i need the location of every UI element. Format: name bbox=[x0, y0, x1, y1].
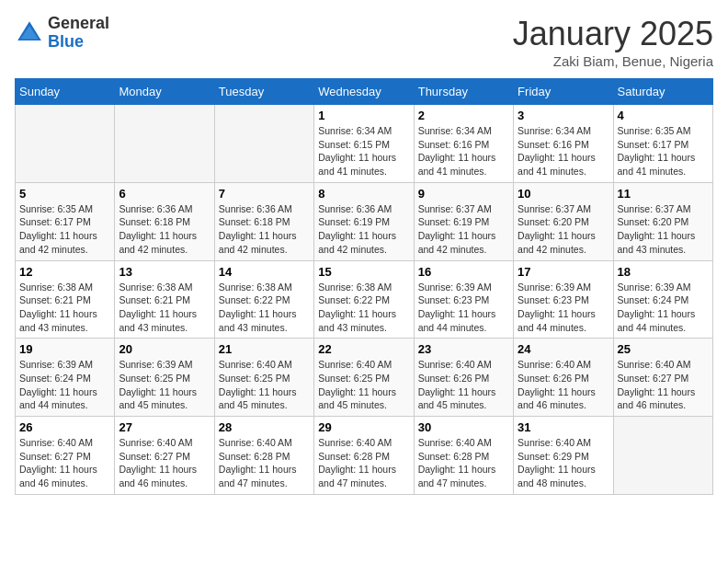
calendar-cell bbox=[613, 417, 712, 495]
day-info: Sunrise: 6:34 AMSunset: 6:16 PMDaylight:… bbox=[418, 124, 509, 178]
calendar-cell: 19Sunrise: 6:39 AMSunset: 6:24 PMDayligh… bbox=[16, 339, 115, 417]
day-number: 11 bbox=[618, 187, 709, 201]
day-info: Sunrise: 6:39 AMSunset: 6:24 PMDaylight:… bbox=[19, 358, 110, 412]
calendar-cell: 10Sunrise: 6:37 AMSunset: 6:20 PMDayligh… bbox=[514, 182, 613, 260]
calendar-cell: 23Sunrise: 6:40 AMSunset: 6:26 PMDayligh… bbox=[414, 339, 513, 417]
calendar-cell: 2Sunrise: 6:34 AMSunset: 6:16 PMDaylight… bbox=[414, 105, 513, 183]
calendar-cell: 9Sunrise: 6:37 AMSunset: 6:19 PMDaylight… bbox=[414, 182, 513, 260]
calendar-cell: 15Sunrise: 6:38 AMSunset: 6:22 PMDayligh… bbox=[314, 260, 414, 339]
day-number: 22 bbox=[318, 342, 409, 356]
calendar-cell: 26Sunrise: 6:40 AMSunset: 6:27 PMDayligh… bbox=[16, 417, 115, 495]
month-title: January 2025 bbox=[513, 15, 713, 53]
calendar-cell: 7Sunrise: 6:36 AMSunset: 6:18 PMDaylight… bbox=[214, 182, 313, 260]
day-info: Sunrise: 6:39 AMSunset: 6:24 PMDaylight:… bbox=[618, 281, 709, 335]
weekday-header-wednesday: Wednesday bbox=[314, 79, 414, 105]
weekday-header-saturday: Saturday bbox=[613, 79, 712, 105]
day-number: 27 bbox=[119, 420, 210, 434]
location-subtitle: Zaki Biam, Benue, Nigeria bbox=[513, 53, 713, 69]
calendar-cell: 25Sunrise: 6:40 AMSunset: 6:27 PMDayligh… bbox=[613, 339, 712, 417]
day-info: Sunrise: 6:40 AMSunset: 6:26 PMDaylight:… bbox=[418, 358, 509, 412]
day-number: 23 bbox=[418, 342, 509, 356]
day-info: Sunrise: 6:35 AMSunset: 6:17 PMDaylight:… bbox=[19, 202, 110, 257]
logo-general-text: General bbox=[48, 15, 109, 33]
calendar-cell: 21Sunrise: 6:40 AMSunset: 6:25 PMDayligh… bbox=[214, 339, 313, 417]
day-number: 19 bbox=[19, 342, 110, 356]
day-number: 4 bbox=[618, 109, 709, 122]
calendar-cell bbox=[214, 105, 313, 183]
day-info: Sunrise: 6:38 AMSunset: 6:21 PMDaylight:… bbox=[19, 281, 110, 335]
day-info: Sunrise: 6:39 AMSunset: 6:23 PMDaylight:… bbox=[418, 281, 509, 335]
day-number: 21 bbox=[219, 342, 310, 356]
calendar-cell: 17Sunrise: 6:39 AMSunset: 6:23 PMDayligh… bbox=[514, 260, 613, 339]
day-info: Sunrise: 6:40 AMSunset: 6:25 PMDaylight:… bbox=[318, 358, 409, 412]
day-number: 16 bbox=[418, 265, 509, 279]
logo-icon bbox=[15, 18, 44, 48]
calendar-cell: 12Sunrise: 6:38 AMSunset: 6:21 PMDayligh… bbox=[16, 260, 115, 339]
weekday-header-friday: Friday bbox=[514, 79, 613, 105]
day-info: Sunrise: 6:39 AMSunset: 6:23 PMDaylight:… bbox=[518, 281, 609, 335]
weekday-header-sunday: Sunday bbox=[16, 79, 115, 105]
day-info: Sunrise: 6:38 AMSunset: 6:21 PMDaylight:… bbox=[119, 281, 210, 335]
calendar-cell bbox=[115, 105, 214, 183]
day-number: 31 bbox=[518, 420, 609, 434]
day-number: 6 bbox=[119, 187, 210, 201]
day-number: 18 bbox=[618, 265, 709, 279]
weekday-header-tuesday: Tuesday bbox=[214, 79, 313, 105]
day-info: Sunrise: 6:40 AMSunset: 6:29 PMDaylight:… bbox=[518, 436, 609, 490]
day-info: Sunrise: 6:40 AMSunset: 6:25 PMDaylight:… bbox=[219, 358, 310, 412]
day-info: Sunrise: 6:37 AMSunset: 6:20 PMDaylight:… bbox=[618, 202, 709, 257]
calendar-cell: 22Sunrise: 6:40 AMSunset: 6:25 PMDayligh… bbox=[314, 339, 414, 417]
weekday-header-row: SundayMondayTuesdayWednesdayThursdayFrid… bbox=[16, 79, 713, 105]
day-info: Sunrise: 6:40 AMSunset: 6:28 PMDaylight:… bbox=[418, 436, 509, 490]
title-block: January 2025 Zaki Biam, Benue, Nigeria bbox=[513, 15, 713, 69]
page-header: General Blue January 2025 Zaki Biam, Ben… bbox=[15, 15, 713, 69]
calendar-week-row: 5Sunrise: 6:35 AMSunset: 6:17 PMDaylight… bbox=[16, 182, 713, 260]
calendar-cell: 16Sunrise: 6:39 AMSunset: 6:23 PMDayligh… bbox=[414, 260, 513, 339]
calendar-cell: 20Sunrise: 6:39 AMSunset: 6:25 PMDayligh… bbox=[115, 339, 214, 417]
day-info: Sunrise: 6:34 AMSunset: 6:16 PMDaylight:… bbox=[518, 124, 609, 178]
day-number: 1 bbox=[318, 109, 409, 122]
day-info: Sunrise: 6:35 AMSunset: 6:17 PMDaylight:… bbox=[618, 124, 709, 178]
calendar-cell: 6Sunrise: 6:36 AMSunset: 6:18 PMDaylight… bbox=[115, 182, 214, 260]
weekday-header-thursday: Thursday bbox=[414, 79, 513, 105]
day-info: Sunrise: 6:37 AMSunset: 6:20 PMDaylight:… bbox=[518, 202, 609, 257]
logo-blue-text: Blue bbox=[48, 33, 109, 52]
calendar-week-row: 19Sunrise: 6:39 AMSunset: 6:24 PMDayligh… bbox=[16, 339, 713, 417]
calendar-cell: 4Sunrise: 6:35 AMSunset: 6:17 PMDaylight… bbox=[613, 105, 712, 183]
calendar-cell: 30Sunrise: 6:40 AMSunset: 6:28 PMDayligh… bbox=[414, 417, 513, 495]
calendar-cell: 11Sunrise: 6:37 AMSunset: 6:20 PMDayligh… bbox=[613, 182, 712, 260]
day-info: Sunrise: 6:40 AMSunset: 6:27 PMDaylight:… bbox=[19, 436, 110, 490]
day-number: 15 bbox=[318, 265, 409, 279]
day-number: 3 bbox=[518, 109, 609, 122]
day-number: 2 bbox=[418, 109, 509, 122]
calendar-cell: 13Sunrise: 6:38 AMSunset: 6:21 PMDayligh… bbox=[115, 260, 214, 339]
day-number: 5 bbox=[19, 187, 110, 201]
day-number: 8 bbox=[318, 187, 409, 201]
logo: General Blue bbox=[15, 15, 109, 52]
calendar-cell: 8Sunrise: 6:36 AMSunset: 6:19 PMDaylight… bbox=[314, 182, 414, 260]
calendar-cell bbox=[16, 105, 115, 183]
day-number: 7 bbox=[219, 187, 310, 201]
calendar-cell: 31Sunrise: 6:40 AMSunset: 6:29 PMDayligh… bbox=[514, 417, 613, 495]
day-info: Sunrise: 6:34 AMSunset: 6:15 PMDaylight:… bbox=[318, 124, 409, 178]
day-number: 14 bbox=[219, 265, 310, 279]
calendar-cell: 14Sunrise: 6:38 AMSunset: 6:22 PMDayligh… bbox=[214, 260, 313, 339]
day-number: 26 bbox=[19, 420, 110, 434]
day-number: 28 bbox=[219, 420, 310, 434]
day-number: 10 bbox=[518, 187, 609, 201]
day-number: 25 bbox=[618, 342, 709, 356]
day-info: Sunrise: 6:40 AMSunset: 6:27 PMDaylight:… bbox=[618, 358, 709, 412]
day-info: Sunrise: 6:38 AMSunset: 6:22 PMDaylight:… bbox=[219, 281, 310, 335]
day-info: Sunrise: 6:39 AMSunset: 6:25 PMDaylight:… bbox=[119, 358, 210, 412]
calendar-table: SundayMondayTuesdayWednesdayThursdayFrid… bbox=[15, 78, 713, 495]
calendar-cell: 18Sunrise: 6:39 AMSunset: 6:24 PMDayligh… bbox=[613, 260, 712, 339]
day-info: Sunrise: 6:40 AMSunset: 6:27 PMDaylight:… bbox=[119, 436, 210, 490]
day-number: 12 bbox=[19, 265, 110, 279]
calendar-cell: 1Sunrise: 6:34 AMSunset: 6:15 PMDaylight… bbox=[314, 105, 414, 183]
day-number: 13 bbox=[119, 265, 210, 279]
calendar-cell: 29Sunrise: 6:40 AMSunset: 6:28 PMDayligh… bbox=[314, 417, 414, 495]
day-number: 20 bbox=[119, 342, 210, 356]
calendar-cell: 28Sunrise: 6:40 AMSunset: 6:28 PMDayligh… bbox=[214, 417, 313, 495]
day-number: 9 bbox=[418, 187, 509, 201]
day-info: Sunrise: 6:40 AMSunset: 6:28 PMDaylight:… bbox=[219, 436, 310, 490]
